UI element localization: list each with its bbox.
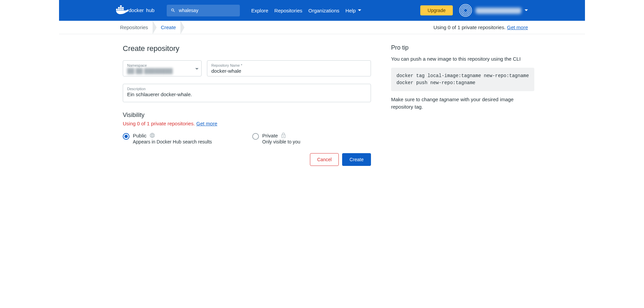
- page-title: Create repository: [123, 44, 371, 53]
- svg-rect-0: [116, 9, 118, 10]
- svg-rect-7: [120, 5, 122, 7]
- main-nav: Explore Repositories Organizations Help: [251, 8, 361, 13]
- tip2-em: tagname: [439, 97, 459, 102]
- main-content: Create repository Namespace ██ ██ ██████…: [59, 34, 585, 166]
- cancel-button[interactable]: Cancel: [310, 153, 339, 166]
- dockerhub-logo[interactable]: docker hub: [116, 5, 161, 15]
- pro-tip-title: Pro tip: [391, 44, 534, 51]
- description-label: Description: [127, 87, 367, 91]
- svg-rect-1: [118, 9, 120, 10]
- tip2-before: Make sure to change: [391, 97, 439, 102]
- namespace-select[interactable]: Namespace ██ ██ ████████: [123, 60, 202, 76]
- repo-name-field[interactable]: Repository Name *: [207, 60, 371, 76]
- quota-red-text: Using 0 of 1 private repositories.: [123, 121, 195, 126]
- create-form: Create repository Namespace ██ ██ ██████…: [123, 44, 371, 166]
- nav-help-label: Help: [345, 8, 356, 13]
- svg-point-10: [464, 8, 468, 12]
- create-button[interactable]: Create: [342, 153, 371, 166]
- nav-repositories[interactable]: Repositories: [274, 8, 302, 13]
- pro-tip-panel: Pro tip You can push a new image to this…: [381, 44, 534, 166]
- username-label: ████████████: [476, 8, 521, 13]
- search-box[interactable]: [167, 5, 240, 16]
- nav-explore[interactable]: Explore: [251, 8, 268, 13]
- radio-public[interactable]: [123, 133, 129, 140]
- svg-rect-2: [120, 9, 122, 10]
- get-more-link[interactable]: Get more: [507, 24, 528, 30]
- quota-text: Using 0 of 1 private repositories.: [433, 24, 507, 30]
- breadcrumb: Repositories Create: [116, 21, 184, 34]
- nav-help[interactable]: Help: [345, 8, 361, 13]
- svg-text:docker: docker: [128, 7, 144, 13]
- chevron-down-icon: [525, 9, 528, 11]
- nav-organizations[interactable]: Organizations: [308, 8, 339, 13]
- user-menu[interactable]: ████████████: [459, 4, 528, 17]
- search-icon: [171, 8, 175, 13]
- private-sub: Only visible to you: [262, 139, 301, 144]
- repo-quota-info: Using 0 of 1 private repositories. Get m…: [433, 24, 528, 30]
- lock-icon: [280, 132, 286, 138]
- public-sub: Appears in Docker Hub search results: [133, 139, 212, 144]
- get-more-link-inline[interactable]: Get more: [196, 121, 217, 126]
- namespace-value: ██ ██ ████████: [127, 68, 173, 74]
- breadcrumb-bar: Repositories Create Using 0 of 1 private…: [59, 21, 585, 34]
- chevron-down-icon: [358, 9, 361, 11]
- description-input[interactable]: [127, 91, 367, 97]
- public-title: Public: [133, 133, 147, 138]
- cli-code-block: docker tag local-image:tagname new-repo:…: [391, 68, 534, 91]
- repo-name-label: Repository Name *: [211, 63, 367, 67]
- search-input[interactable]: [179, 8, 236, 13]
- pro-tip-line2: Make sure to change tagname with your de…: [391, 96, 534, 111]
- description-field[interactable]: Description: [123, 84, 371, 102]
- visibility-private-option[interactable]: Private Only visible to you: [252, 132, 301, 144]
- visibility-heading: Visibility: [123, 112, 371, 119]
- top-header: docker hub Explore Repositories Organiza…: [59, 0, 585, 21]
- svg-rect-5: [120, 7, 122, 8]
- svg-rect-3: [122, 9, 124, 10]
- docker-whale-logo-icon: docker hub: [116, 5, 161, 15]
- crumb-repositories[interactable]: Repositories: [116, 21, 152, 34]
- svg-point-11: [462, 7, 469, 14]
- fingerprint-avatar-icon: [459, 4, 472, 17]
- pro-tip-line1: You can push a new image to this reposit…: [391, 55, 534, 63]
- repo-name-input[interactable]: [211, 68, 367, 74]
- globe-icon: [149, 132, 155, 138]
- chevron-down-icon: [195, 65, 199, 71]
- svg-point-13: [460, 4, 472, 16]
- svg-rect-4: [118, 7, 120, 8]
- svg-text:hub: hub: [146, 7, 154, 13]
- namespace-label: Namespace: [127, 63, 197, 67]
- upgrade-button[interactable]: Upgrade: [420, 5, 453, 15]
- visibility-public-option[interactable]: Public Appears in Docker Hub search resu…: [123, 132, 212, 144]
- private-title: Private: [262, 133, 278, 138]
- radio-private[interactable]: [252, 133, 259, 140]
- svg-rect-6: [122, 7, 124, 8]
- visibility-quota: Using 0 of 1 private repositories. Get m…: [123, 121, 371, 126]
